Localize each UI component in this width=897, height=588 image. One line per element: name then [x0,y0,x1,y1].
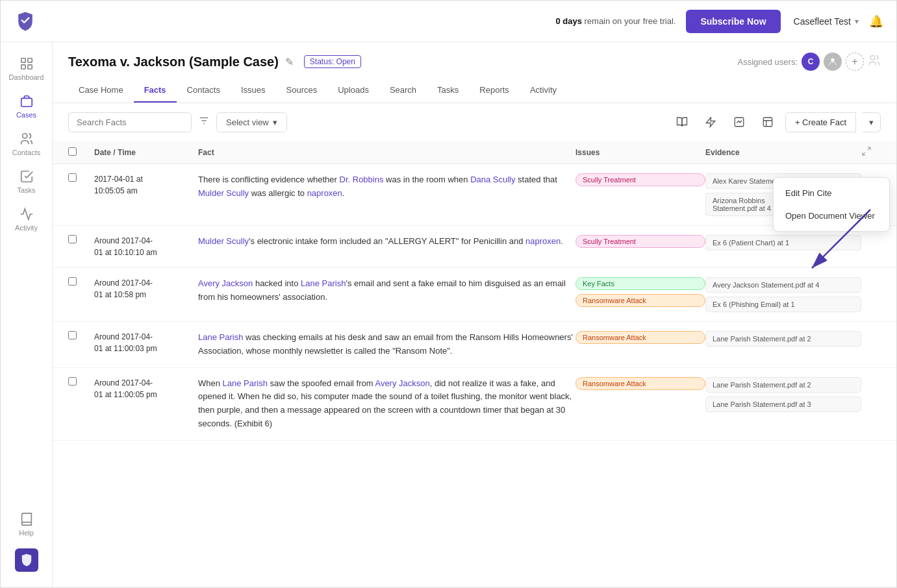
tab-case-home[interactable]: Case Home [68,79,134,103]
svg-rect-2 [21,65,25,69]
svg-rect-1 [27,58,31,62]
content-area: Texoma v. Jackson (Sample Case) ✎ Status… [53,42,896,587]
sidebar-bottom: Help [15,506,38,580]
link-lane-parish-5[interactable]: Lane Parish [223,378,268,388]
assigned-label: Assigned users: [738,57,798,67]
bell-icon[interactable]: 🔔 [869,14,883,29]
header-issues: Issues [575,148,705,157]
subscribe-button[interactable]: Subscribe Now [686,10,780,33]
link-naproxen[interactable]: naproxen [307,188,342,198]
tab-sources[interactable]: Sources [276,79,328,103]
evidence-lane-parish-stmt-4[interactable]: Lane Parish Statement.pdf at 3 [705,397,861,412]
create-fact-button[interactable]: + Create Fact [785,112,856,132]
row3-evidence: Avery Jackson Statement.pdf at 4 Ex 6 (P… [705,277,861,312]
context-menu-edit-pin-cite[interactable]: Edit Pin Cite [774,182,889,204]
evidence-phishing-email[interactable]: Ex 6 (Phishing Email) at 1 [705,297,861,312]
chevron-down-icon: ▾ [273,117,277,127]
chart-icon[interactable] [728,111,750,133]
link-lane-parish[interactable]: Lane Parish [301,278,346,288]
row2-evidence: Ex 6 (Patient Chart) at 1 [705,235,861,251]
link-mulder-scully[interactable]: Mulder Scully [198,188,249,198]
evidence-lane-parish-stmt-2[interactable]: Lane Parish Statement.pdf at 2 [705,331,861,347]
badge-key-facts[interactable]: Key Facts [575,277,705,290]
sidebar-item-help[interactable]: Help [15,506,38,543]
add-user-button[interactable]: + [846,53,864,71]
evidence-avery-jackson-stmt[interactable]: Avery Jackson Statement.pdf at 4 [705,277,861,293]
row4-fact: Lane Parish was checking emails at his d… [198,331,575,358]
link-dana-scully[interactable]: Dana Scully [470,175,515,184]
table-row: Around 2017-04-01 at 11:00:05 pm When La… [53,368,896,441]
toolbar-row: Select view ▾ [53,103,896,141]
header-expand [861,146,881,158]
tab-tasks[interactable]: Tasks [427,79,469,103]
row4-date: Around 2017-04-01 at 11:00:03 pm [94,331,198,354]
search-input[interactable] [68,112,192,132]
header-checkbox [68,147,94,158]
filter-icon[interactable] [198,115,210,129]
lightning-icon[interactable] [700,111,722,133]
tab-search[interactable]: Search [379,79,427,103]
users-icon [868,54,881,70]
book-open-icon[interactable] [671,111,693,133]
row5-date: Around 2017-04-01 at 11:00:05 pm [94,377,198,400]
sidebar-dashboard-label: Dashboard [9,73,44,81]
table-row: Around 2017-04-01 at 10:10:10 am Mulder … [53,226,896,268]
row2-checkbox[interactable] [68,235,94,245]
create-fact-dropdown-button[interactable]: ▾ [863,112,881,132]
badge-ransomware-attack-3[interactable]: Ransomware Attack [575,377,705,390]
sidebar-item-contacts[interactable]: Contacts [1,125,52,163]
row5-evidence: Lane Parish Statement.pdf at 2 Lane Pari… [705,377,861,412]
sidebar-item-tasks[interactable]: Tasks [1,163,52,201]
sidebar-contacts-label: Contacts [12,149,40,156]
badge-scully-treatment-2[interactable]: Scully Treatment [575,235,705,248]
row4-checkbox[interactable] [68,331,94,341]
row1-issues: Scully Treatment [575,173,705,186]
link-dr-robbins[interactable]: Dr. Robbins [340,175,384,184]
context-menu: Edit Pin Cite Open Document Viewer [773,177,890,232]
evidence-lane-parish-stmt-3[interactable]: Lane Parish Statement.pdf at 2 [705,377,861,393]
tab-contacts[interactable]: Contacts [177,79,231,103]
header-fact: Fact [198,148,575,157]
evidence-patient-chart[interactable]: Ex 6 (Patient Chart) at 1 [705,235,861,251]
case-title-row: Texoma v. Jackson (Sample Case) ✎ Status… [68,53,881,71]
status-badge: Status: Open [304,55,361,68]
tab-reports[interactable]: Reports [469,79,520,103]
link-avery-jackson-5[interactable]: Avery Jackson [375,378,429,388]
user-name: Casefleet Test [794,16,851,27]
svg-rect-3 [27,65,31,69]
row5-checkbox[interactable] [68,377,94,387]
table-row: Around 2017-04-01 at 10:58 pm Avery Jack… [53,268,896,322]
sidebar-item-cases[interactable]: Cases [1,88,52,125]
tab-facts[interactable]: Facts [134,79,177,103]
select-view-button[interactable]: Select view ▾ [216,112,287,132]
user-menu[interactable]: Casefleet Test ▾ [794,16,859,27]
table-row: Around 2017-04-01 at 11:00:03 pm Lane Pa… [53,322,896,368]
context-menu-open-document-viewer[interactable]: Open Document Viewer [774,204,889,227]
tab-issues[interactable]: Issues [231,79,276,103]
badge-ransomware-attack-1[interactable]: Ransomware Attack [575,294,705,307]
top-bar: 0 days remain on your free trial. Subscr… [1,1,896,42]
tab-activity[interactable]: Activity [520,79,567,103]
link-avery-jackson[interactable]: Avery Jackson [198,278,253,288]
badge-ransomware-attack-2[interactable]: Ransomware Attack [575,331,705,344]
row1-date: 2017-04-01 at10:05:05 am [94,173,198,197]
sidebar-item-dashboard[interactable]: Dashboard [1,50,52,88]
sidebar-tasks-label: Tasks [17,186,35,194]
svg-rect-4 [21,98,32,106]
select-all-checkbox[interactable] [68,147,77,156]
layout-icon[interactable] [757,111,779,133]
row2-date: Around 2017-04-01 at 10:10:10 am [94,235,198,258]
link-lane-parish-4[interactable]: Lane Parish [198,332,243,342]
sidebar-item-activity[interactable]: Activity [1,201,52,238]
edit-icon[interactable]: ✎ [285,56,294,68]
link-naproxen-2[interactable]: naproxen [525,236,561,246]
tab-uploads[interactable]: Uploads [327,79,379,103]
svg-point-6 [831,58,834,62]
link-mulder-scully-2[interactable]: Mulder Scully [198,236,249,246]
trial-text: 0 days remain on your free trial. [555,16,676,26]
row1-checkbox[interactable] [68,173,94,184]
row3-date: Around 2017-04-01 at 10:58 pm [94,277,198,300]
badge-scully-treatment-1[interactable]: Scully Treatment [575,173,705,186]
row3-checkbox[interactable] [68,277,94,288]
svg-rect-0 [21,58,25,62]
